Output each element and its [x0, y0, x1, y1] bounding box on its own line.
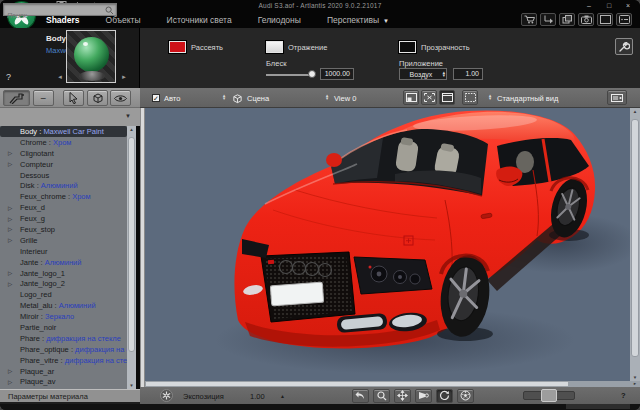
visibility-button[interactable]: [110, 90, 131, 106]
list-scrollbar-thumb[interactable]: [128, 137, 135, 352]
list-item[interactable]: Partie_noir: [0, 322, 127, 333]
view-selector[interactable]: View 0: [334, 94, 356, 103]
shine-slider-knob[interactable]: [308, 70, 316, 78]
shader-preview-thumbnail[interactable]: [66, 30, 116, 83]
expander-icon[interactable]: ▷: [8, 379, 20, 385]
select-tool-button[interactable]: [63, 90, 84, 106]
list-item[interactable]: Phare : дифракция на стекле: [0, 333, 127, 344]
standard-view-selector[interactable]: Стандартный вид: [497, 94, 558, 103]
expander-icon[interactable]: ▷: [8, 281, 20, 287]
preview-window-button[interactable]: [439, 90, 455, 105]
exposure-popup-icon[interactable]: ▲: [280, 393, 285, 399]
list-item[interactable]: Phare_optique : дифракция на стекле: [0, 344, 127, 355]
menu-heliodons[interactable]: Гелиодоны: [258, 15, 301, 25]
transparency-label: Прозрачность: [421, 43, 470, 52]
3d-viewport[interactable]: [145, 108, 630, 381]
expander-icon[interactable]: ▷: [8, 237, 20, 243]
expander-icon[interactable]: ▷: [8, 368, 20, 374]
list-item[interactable]: Interieur: [0, 246, 127, 257]
search-field[interactable]: [3, 3, 117, 16]
search-input[interactable]: [4, 10, 104, 21]
fullscreen-button[interactable]: [421, 90, 437, 105]
remove-shader-button[interactable]: −: [33, 90, 54, 106]
application-select[interactable]: Воздух ▲▼: [399, 68, 447, 80]
scene-label[interactable]: Сцена: [247, 94, 269, 103]
material-parameters-header[interactable]: Параметры материала: [0, 389, 140, 402]
shine-slider[interactable]: [266, 74, 313, 76]
projector-button[interactable]: [415, 389, 432, 403]
maximize-button[interactable]: □: [602, 1, 616, 11]
expander-icon[interactable]: ▷: [8, 226, 20, 232]
shine-value-field[interactable]: 1000.00: [320, 68, 354, 80]
duplicate-icon[interactable]: [559, 13, 575, 26]
list-item[interactable]: Chrome : Хром: [0, 137, 127, 148]
list-item[interactable]: ▷Clignotant: [0, 148, 127, 159]
list-item[interactable]: Miroir : Зеркало: [0, 311, 127, 322]
list-item[interactable]: Phare_vitre : дифракция на стекле: [0, 355, 127, 366]
list-item[interactable]: Jante : Алюминий: [0, 257, 127, 268]
list-item[interactable]: ▷Feux_g: [0, 213, 127, 224]
list-item[interactable]: ▷Feux_stop: [0, 224, 127, 235]
aperture-info-button[interactable]: [457, 389, 474, 403]
list-item[interactable]: Metal_alu : Алюминий: [0, 300, 127, 311]
list-item[interactable]: Feux_chrome : Хром: [0, 191, 127, 202]
camera-icon[interactable]: [578, 13, 594, 26]
search-filter-dropdown-icon[interactable]: ▼: [125, 113, 131, 119]
help-button[interactable]: ?: [621, 391, 626, 400]
expander-icon[interactable]: ▷: [8, 150, 20, 156]
corner-arrow-icon[interactable]: [540, 13, 556, 26]
back-button[interactable]: [352, 389, 369, 403]
close-button[interactable]: ×: [621, 1, 635, 11]
expander-icon[interactable]: ▷: [8, 205, 20, 211]
next-shader-icon[interactable]: ►: [121, 74, 127, 80]
view-stepper-icon[interactable]: ▲▼: [325, 94, 329, 100]
list-item[interactable]: Body : Maxwell Car Paint: [0, 126, 127, 137]
shader-settings-button[interactable]: [615, 38, 633, 55]
reflection-color-swatch[interactable]: [266, 41, 283, 53]
exposure-settings-button[interactable]: [160, 389, 173, 402]
object-mode-button[interactable]: [87, 90, 108, 106]
display-options-button[interactable]: [607, 90, 627, 105]
expander-icon[interactable]: ▷: [8, 270, 20, 276]
zoom-slider-handle[interactable]: [541, 389, 557, 402]
list-item[interactable]: Logo_red: [0, 289, 127, 300]
expander-icon[interactable]: ▷: [8, 216, 20, 222]
diffuse-color-swatch[interactable]: [169, 41, 186, 53]
list-item[interactable]: ▷Compteur: [0, 159, 127, 170]
scroll-down-icon[interactable]: ▼: [127, 383, 136, 388]
transparency-color-swatch[interactable]: [399, 41, 416, 53]
pan-tool-button[interactable]: [394, 389, 411, 403]
scroll-up-icon[interactable]: ▲: [127, 127, 136, 132]
list-item[interactable]: ▷Jante_logo_2: [0, 278, 127, 289]
list-item[interactable]: ▷Plaque_av: [0, 376, 127, 387]
scene-stepper-icon[interactable]: ▲▼: [222, 94, 226, 100]
list-item[interactable]: ▷Jante_logo_1: [0, 268, 127, 279]
application-value-field[interactable]: 1.00: [453, 68, 483, 80]
list-item[interactable]: Dessous: [0, 170, 127, 181]
list-item[interactable]: ▷Feux_d: [0, 202, 127, 213]
menu-perspectives[interactable]: Перспективы▼: [327, 15, 389, 25]
single-view-button[interactable]: [403, 90, 419, 105]
menu-objects[interactable]: Объекты: [106, 15, 141, 25]
auto-checkbox[interactable]: [152, 94, 160, 102]
minimize-button[interactable]: –: [582, 1, 596, 11]
list-item[interactable]: ▷Grille: [0, 235, 127, 246]
frame-icon[interactable]: [597, 13, 613, 26]
render-area-button[interactable]: [462, 90, 478, 105]
list-item[interactable]: ▷Plaque_ar: [0, 366, 127, 377]
expander-icon[interactable]: ▷: [8, 161, 20, 167]
zoom-tool-button[interactable]: [373, 389, 390, 403]
list-item[interactable]: Disk : Алюминий: [0, 180, 127, 191]
scroll-up-icon[interactable]: ▲: [630, 109, 640, 114]
prev-shader-icon[interactable]: ◄: [57, 74, 63, 80]
exposure-value[interactable]: 1.00: [250, 392, 265, 401]
help-link[interactable]: ?: [6, 72, 11, 82]
cart-icon[interactable]: [521, 13, 537, 26]
standard-view-stepper-icon[interactable]: ▲▼: [488, 94, 492, 100]
menu-lights[interactable]: Источники света: [167, 15, 232, 25]
viewport-vscrollbar-thumb[interactable]: [631, 119, 639, 357]
orbit-tool-button[interactable]: [436, 389, 453, 403]
scroll-down-icon[interactable]: ▼: [630, 375, 640, 380]
console-icon[interactable]: [616, 13, 632, 26]
create-shader-button[interactable]: [3, 90, 30, 106]
